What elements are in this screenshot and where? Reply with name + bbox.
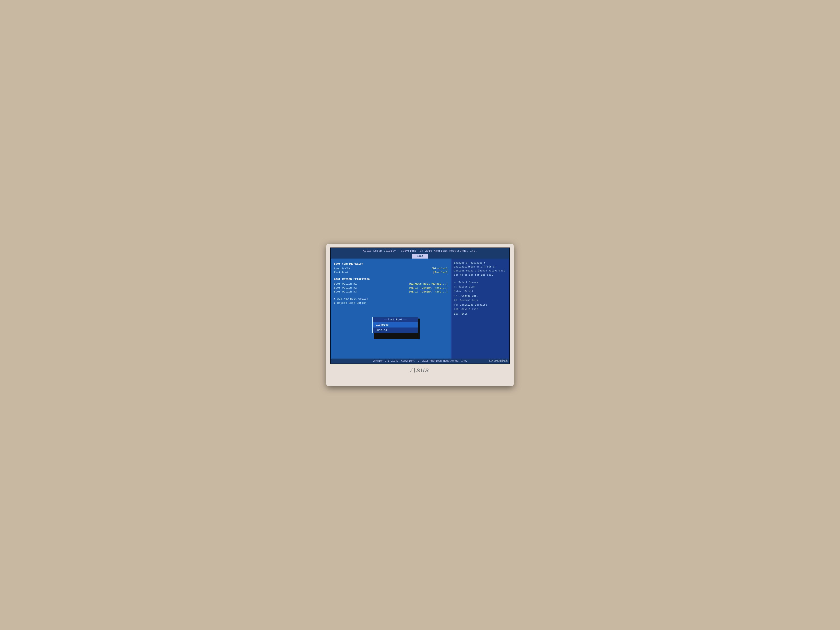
tab-bar: Boot <box>331 253 509 259</box>
launch-csm-value: [Disabled] <box>431 267 448 270</box>
main-content: Boot Configuration Launch CSM [Disabled]… <box>331 259 509 358</box>
left-panel: Boot Configuration Launch CSM [Disabled]… <box>331 259 451 358</box>
delete-boot-label: Delete Boot Option <box>334 301 366 305</box>
boot-option-1-label: Boot Option #1 <box>334 282 357 286</box>
boot-option-2-value: [UEFI: TOSHIBA Trans...] <box>409 286 448 289</box>
key-hint-esc: ESC: Exit <box>454 312 507 316</box>
boot-option-3-label: Boot Option #3 <box>334 290 357 293</box>
key-hint-f9: F9: Optimized Defaults <box>454 303 507 308</box>
boot-option-3-value: [UEFI: TOSHIBA Trans...] <box>409 290 448 293</box>
fast-boot-item[interactable]: Fast Boot [Enabled] <box>334 271 448 275</box>
tab-boot[interactable]: Boot <box>412 254 428 259</box>
add-boot-label: Add New Boot Option <box>334 297 368 300</box>
boot-option-3[interactable]: Boot Option #3 [UEFI: TOSHIBA Trans...] <box>334 290 448 294</box>
key-hint-enter: Enter: Select <box>454 289 507 294</box>
popup-title: Fast Boot <box>373 317 418 322</box>
key-hint-item: ↕: Select Item <box>454 285 507 289</box>
right-panel: Enables or disables t initialization of … <box>451 259 509 358</box>
popup-option-enabled[interactable]: Enabled <box>373 327 418 333</box>
bios-screen: Aptio Setup Utility – Copyright (C) 2016… <box>330 248 510 364</box>
section-boot-config: Boot Configuration <box>334 262 448 265</box>
boot-option-1[interactable]: Boot Option #1 [Windows Boot Manage...] <box>334 282 448 286</box>
fast-boot-label: Fast Boot <box>334 271 349 274</box>
key-help: ↔: Select Screen ↕: Select Item Enter: S… <box>454 280 507 316</box>
popup-box: Fast Boot Disabled Enabled <box>372 317 418 333</box>
launch-csm-label: Launch CSM <box>334 267 350 270</box>
delete-boot-option[interactable]: Delete Boot Option <box>334 301 448 305</box>
key-hint-screen: ↔: Select Screen <box>454 280 507 285</box>
boot-option-2-label: Boot Option #2 <box>334 286 357 289</box>
watermark: 头条 @电脑通专家 <box>489 359 508 362</box>
add-boot-option[interactable]: Add New Boot Option <box>334 297 448 301</box>
key-hint-f1: F1: General Help <box>454 298 507 303</box>
key-hint-f10: F10: Save & Exit <box>454 307 507 312</box>
title-bar: Aptio Setup Utility – Copyright (C) 2016… <box>331 248 509 253</box>
title-text: Aptio Setup Utility – Copyright (C) 2016… <box>363 249 477 253</box>
monitor-outer: Aptio Setup Utility – Copyright (C) 2016… <box>326 244 514 386</box>
help-text: Enables or disables t initialization of … <box>454 261 507 277</box>
launch-csm-item[interactable]: Launch CSM [Disabled] <box>334 267 448 271</box>
key-hint-change: +/-: Change Opt. <box>454 294 507 298</box>
section-boot-priorities: Boot Option Priorities <box>334 278 448 281</box>
boot-option-2[interactable]: Boot Option #2 [UEFI: TOSHIBA Trans...] <box>334 286 448 290</box>
version-text: Version 2.17.1249. Copyright (C) 2016 Am… <box>373 360 467 363</box>
popup-option-disabled[interactable]: Disabled <box>373 322 418 327</box>
boot-option-1-value: [Windows Boot Manage...] <box>409 282 448 286</box>
fast-boot-value: [Enabled] <box>433 271 448 274</box>
monitor-brand: ∕∖SUS <box>330 367 510 374</box>
bottom-bar: Version 2.17.1249. Copyright (C) 2016 Am… <box>331 358 509 363</box>
popup-overlay: Fast Boot Disabled Enabled <box>372 317 418 333</box>
